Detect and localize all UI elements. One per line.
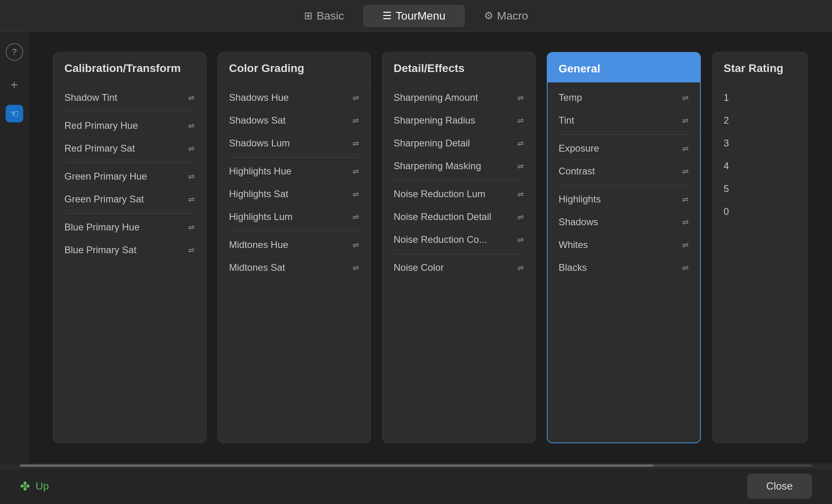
star-item-4[interactable]: 4 [712, 155, 808, 178]
card-general-body: Temp ⇌ Tint ⇌ Exposure ⇌ Contrast ⇌ [548, 82, 700, 442]
list-item[interactable]: Shadows Lum ⇌ [218, 132, 371, 155]
divider [64, 213, 195, 214]
list-item[interactable]: Green Primary Sat ⇌ [53, 188, 206, 211]
list-item[interactable]: Shadows Sat ⇌ [218, 109, 371, 132]
cards-row: Calibration/Transform Shadow Tint ⇌ Red … [53, 52, 808, 443]
left-sidebar: ? + ☜ [0, 32, 29, 463]
divider [229, 231, 360, 231]
tab-macro[interactable]: ⚙ Macro [465, 5, 548, 27]
list-item[interactable]: Temp ⇌ [548, 86, 700, 109]
scrollbar-thumb[interactable] [20, 464, 654, 467]
divider [394, 180, 524, 180]
list-item[interactable]: Sharpening Detail ⇌ [382, 132, 535, 155]
list-item[interactable]: Noise Reduction Lum ⇌ [382, 183, 535, 206]
list-item[interactable]: Sharpening Masking ⇌ [382, 155, 535, 178]
close-button[interactable]: Close [747, 474, 812, 499]
divider [229, 157, 360, 158]
list-item[interactable]: Shadow Tint ⇌ [53, 86, 206, 109]
list-item[interactable]: Blue Primary Hue ⇌ [53, 216, 206, 239]
card-color-grading: Color Grading Shadows Hue ⇌ Shadows Sat … [218, 52, 371, 443]
list-item[interactable]: Noise Reduction Detail ⇌ [382, 206, 535, 228]
list-item[interactable]: Noise Reduction Co... ⇌ [382, 228, 535, 251]
star-item-0[interactable]: 0 [712, 200, 808, 223]
divider [64, 162, 195, 163]
divider [64, 112, 195, 112]
up-icon: ✤ [20, 479, 30, 493]
list-item[interactable]: Midtones Hue ⇌ [218, 234, 371, 256]
card-color-grading-header: Color Grading [218, 52, 371, 82]
card-general-header: General [548, 53, 700, 82]
card-star-rating-body: 1 2 3 4 5 0 [712, 82, 808, 443]
close-label: Close [766, 480, 793, 492]
list-item[interactable]: Sharpening Amount ⇌ [382, 86, 535, 109]
card-detail-effects-header: Detail/Effects [382, 52, 535, 82]
list-item[interactable]: Whites ⇌ [548, 234, 700, 256]
list-item[interactable]: Blacks ⇌ [548, 256, 700, 279]
list-item[interactable]: Sharpening Radius ⇌ [382, 109, 535, 132]
tab-tourmenu-label: TourMenu [396, 10, 446, 22]
tab-tourmenu[interactable]: ☰ TourMenu [363, 5, 465, 27]
list-item[interactable]: Noise Color ⇌ [382, 256, 535, 279]
list-item[interactable]: Highlights Sat ⇌ [218, 183, 371, 206]
basic-icon: ⊞ [304, 10, 313, 22]
divider [559, 185, 689, 186]
tab-basic-label: Basic [317, 10, 344, 22]
card-color-grading-body: Shadows Hue ⇌ Shadows Sat ⇌ Shadows Lum … [218, 82, 371, 443]
list-item[interactable]: Exposure ⇌ [548, 137, 700, 160]
list-item[interactable]: Green Primary Hue ⇌ [53, 165, 206, 188]
list-item[interactable]: Midtones Sat ⇌ [218, 256, 371, 279]
list-item[interactable]: Highlights Lum ⇌ [218, 206, 371, 228]
card-calibration-body: Shadow Tint ⇌ Red Primary Hue ⇌ Red Prim… [53, 82, 206, 443]
scrollbar-track [20, 464, 812, 467]
list-item[interactable]: Shadows Hue ⇌ [218, 86, 371, 109]
add-icon[interactable]: + [6, 76, 23, 94]
horizontal-scrollbar[interactable] [0, 463, 832, 468]
card-general: General Temp ⇌ Tint ⇌ Exposure ⇌ [547, 52, 701, 443]
tab-basic[interactable]: ⊞ Basic [285, 5, 363, 27]
list-item[interactable]: Blue Primary Sat ⇌ [53, 239, 206, 261]
help-icon[interactable]: ? [6, 43, 23, 61]
list-item[interactable]: Contrast ⇌ [548, 160, 700, 183]
list-item[interactable]: Red Primary Hue ⇌ [53, 114, 206, 137]
star-item-2[interactable]: 2 [712, 109, 808, 132]
list-item[interactable]: Shadows ⇌ [548, 211, 700, 234]
list-item[interactable]: Highlights ⇌ [548, 188, 700, 211]
up-button[interactable]: ✤ Up [20, 479, 49, 493]
list-item[interactable]: Highlights Hue ⇌ [218, 160, 371, 183]
star-item-1[interactable]: 1 [712, 86, 808, 109]
bottom-bar: ✤ Up Close [0, 468, 832, 504]
content-area: Calibration/Transform Shadow Tint ⇌ Red … [29, 32, 832, 463]
tourmenu-icon: ☰ [382, 10, 392, 22]
divider [394, 254, 524, 254]
up-label: Up [36, 480, 49, 492]
card-star-rating-header: Star Rating [712, 52, 808, 82]
star-item-5[interactable]: 5 [712, 178, 808, 200]
macro-icon: ⚙ [484, 10, 493, 22]
card-detail-effects: Detail/Effects Sharpening Amount ⇌ Sharp… [382, 52, 536, 443]
card-detail-effects-body: Sharpening Amount ⇌ Sharpening Radius ⇌ … [382, 82, 535, 443]
touch-icon[interactable]: ☜ [6, 105, 23, 122]
card-star-rating: Star Rating 1 2 3 4 5 0 [712, 52, 808, 443]
list-item[interactable]: Red Primary Sat ⇌ [53, 137, 206, 160]
card-calibration-transform: Calibration/Transform Shadow Tint ⇌ Red … [53, 52, 206, 443]
divider [559, 134, 689, 135]
main-area: ? + ☜ Calibration/Transform Shadow Tint … [0, 32, 832, 463]
tab-macro-label: Macro [497, 10, 528, 22]
list-item[interactable]: Tint ⇌ [548, 109, 700, 132]
star-item-3[interactable]: 3 [712, 132, 808, 155]
top-bar: ⊞ Basic ☰ TourMenu ⚙ Macro [0, 0, 832, 32]
card-calibration-header: Calibration/Transform [53, 52, 206, 82]
